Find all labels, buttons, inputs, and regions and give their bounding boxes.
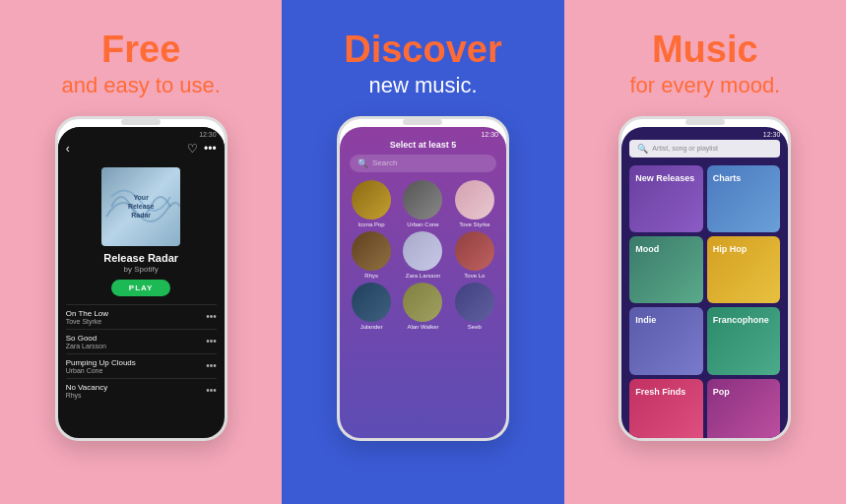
artist-name: Rhys (364, 273, 378, 279)
phone-left: 12:30 ‹ ♡ ••• Your Release Radar Release… (55, 116, 228, 441)
track-item: So Good Zara Larsson ••• (66, 329, 217, 353)
search-icon: 🔍 (358, 158, 368, 168)
category-pop[interactable]: Pop (707, 379, 781, 441)
category-new-releases[interactable]: New Releases (629, 165, 703, 232)
track-name: So Good (66, 334, 106, 343)
category-fresh-finds[interactable]: Fresh Finds (629, 379, 703, 441)
artists-grid: Icona Pop Urban Cone Tove Styrke Rhys Za… (340, 180, 506, 330)
track-name: On The Low (66, 309, 108, 318)
status-bar-center: 12:30 (340, 127, 506, 140)
play-button[interactable]: PLAY (111, 280, 171, 296)
artist-item[interactable]: Julander (348, 283, 395, 330)
search-icon-right: 🔍 (637, 144, 648, 154)
track-artist: Urban Cone (66, 367, 136, 374)
track-artist: Rhys (66, 392, 108, 399)
left-title: Free (101, 30, 180, 71)
artist-item[interactable]: Alan Walker (399, 283, 446, 330)
panel-center: Discover new music. 12:30 Select at leas… (282, 0, 563, 504)
track-item: On The Low Tove Styrke ••• (66, 304, 217, 329)
track-artist: Zara Larsson (66, 343, 106, 349)
phone-notch-center (403, 119, 442, 125)
track-more-icon[interactable]: ••• (206, 385, 217, 396)
category-label: New Releases (635, 173, 694, 184)
category-label: Pop (713, 387, 730, 398)
artist-name: Icona Pop (358, 221, 385, 227)
artist-name: Zara Larsson (406, 273, 440, 279)
heart-icon[interactable]: ♡ (187, 142, 198, 156)
search-placeholder-right: Artist, song or playlist (652, 145, 718, 152)
artist-name: Tove Lo (464, 273, 485, 279)
album-art-text: Your Release Radar (128, 193, 154, 220)
track-list: On The Low Tove Styrke ••• So Good Zara … (58, 304, 225, 441)
artist-name: Alan Walker (407, 324, 438, 330)
search-placeholder: Search (372, 158, 397, 167)
artist-item[interactable]: Urban Cone (399, 180, 446, 227)
status-bar-right: 12:30 (621, 127, 788, 140)
phone-notch-right (685, 119, 725, 125)
more-icon[interactable]: ••• (204, 142, 217, 156)
artist-avatar (403, 231, 442, 271)
artist-avatar (352, 283, 391, 322)
category-charts[interactable]: Charts (707, 165, 781, 232)
track-item: No Vacancy Rhys ••• (66, 378, 217, 403)
phone-notch-left (121, 119, 161, 125)
category-label: Fresh Finds (635, 387, 685, 398)
search-bar-right[interactable]: 🔍 Artist, song or playlist (629, 140, 780, 158)
artist-avatar (455, 180, 494, 220)
center-title: Discover (344, 30, 502, 71)
select-prompt: Select at least 5 (340, 140, 506, 150)
track-item: Pumping Up Clouds Urban Cone ••• (66, 353, 217, 378)
category-label: Charts (713, 173, 742, 184)
track-name: Pumping Up Clouds (66, 358, 136, 367)
artist-item[interactable]: Rhys (348, 231, 395, 279)
artist-item[interactable]: Tove Styrke (451, 180, 498, 227)
artist-avatar (352, 231, 391, 271)
artist-item[interactable]: Zara Larsson (399, 231, 446, 279)
category-indie[interactable]: Indie (629, 307, 703, 374)
artist-name: Urban Cone (407, 221, 438, 227)
artist-avatar (352, 180, 391, 220)
categories-grid: New Releases Charts Mood Hip Hop Indie F… (621, 165, 788, 441)
category-hip-hop[interactable]: Hip Hop (707, 236, 781, 303)
artist-avatar (455, 283, 494, 322)
album-by: by Spotify (58, 265, 225, 274)
category-label: Indie (635, 315, 656, 326)
artist-item[interactable]: Icona Pop (348, 180, 395, 227)
track-name: No Vacancy (66, 383, 108, 392)
search-bar-center[interactable]: 🔍 Search (350, 155, 496, 172)
artist-item[interactable]: Tove Lo (451, 231, 498, 279)
category-francophone[interactable]: Francophone (707, 307, 781, 374)
artist-name: Seeb (468, 324, 482, 330)
artist-name: Tove Styrke (459, 221, 489, 227)
artist-item[interactable]: Seeb (451, 283, 498, 330)
category-label: Francophone (713, 315, 769, 326)
right-title: Music (652, 30, 758, 71)
album-title: Release Radar (58, 252, 225, 264)
panel-left: Free and easy to use. 12:30 ‹ ♡ ••• (0, 0, 282, 504)
panel-right: Music for every mood. 12:30 🔍 Artist, so… (564, 0, 846, 504)
status-bar-left: 12:30 (58, 127, 225, 140)
track-more-icon[interactable]: ••• (206, 336, 217, 346)
track-more-icon[interactable]: ••• (206, 311, 217, 322)
track-more-icon[interactable]: ••• (206, 360, 217, 371)
left-subtitle: and easy to use. (61, 73, 220, 98)
back-icon[interactable]: ‹ (66, 142, 70, 156)
artist-name: Julander (360, 324, 383, 330)
artist-avatar (403, 180, 442, 220)
category-mood[interactable]: Mood (629, 236, 703, 303)
track-artist: Tove Styrke (66, 318, 108, 325)
phone-nav-left: ‹ ♡ ••• (58, 140, 225, 159)
phone-right: 12:30 🔍 Artist, song or playlist New Rel… (618, 116, 791, 441)
phone-center: 12:30 Select at least 5 🔍 Search Icona P… (337, 116, 509, 441)
category-label: Mood (635, 244, 659, 255)
artist-avatar (403, 283, 442, 322)
artist-avatar (455, 231, 494, 271)
category-label: Hip Hop (713, 244, 748, 255)
center-subtitle: new music. (368, 73, 477, 98)
right-subtitle: for every mood. (629, 73, 780, 98)
album-art: Your Release Radar (101, 167, 180, 246)
